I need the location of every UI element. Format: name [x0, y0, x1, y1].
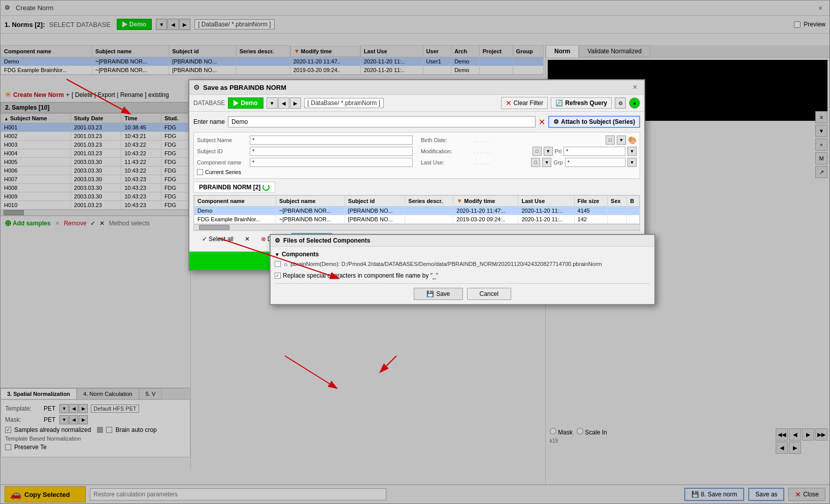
save-dialog-title-bar: ⚙ Save as PBRAINDB NORM ×: [189, 80, 644, 95]
save-dialog-icon: ⚙: [193, 83, 200, 91]
save-db-button[interactable]: Demo: [228, 97, 263, 109]
pri-nav[interactable]: ▼: [627, 147, 637, 156]
save-nav-left[interactable]: ◀: [278, 97, 289, 109]
save-db-label: DATABASE: [193, 99, 225, 107]
files-icon: ⚙: [275, 237, 280, 244]
modification-icon-btn[interactable]: □: [533, 147, 542, 156]
save-dialog-close[interactable]: ×: [630, 82, 640, 92]
grp-nav[interactable]: ▼: [627, 158, 637, 167]
files-save-icon: 💾: [426, 290, 434, 297]
norm-refresh-icon: [262, 184, 270, 191]
subdialog-buttons: 💾 Save Cancel: [275, 283, 650, 300]
modification-nav[interactable]: ▼: [544, 147, 553, 156]
component-checkbox[interactable]: [275, 261, 281, 267]
norm-col-filesize: File size: [574, 196, 608, 207]
select-all-button[interactable]: ✓ Select all: [197, 233, 238, 245]
norm-tab-bar: PBRAINDB NORM [2]: [193, 182, 640, 193]
components-section: ▼ Components ○ pbrainNorm(Demo): D:/Pmod…: [275, 251, 650, 279]
component-item: ○ pbrainNorm(Demo): D:/Pmod4.2/data/DATA…: [275, 260, 650, 269]
norm-col-subject: Subject name: [276, 196, 345, 207]
save-db-name: Demo: [241, 99, 257, 107]
norm-col-sex: Sex: [608, 196, 627, 207]
save-dialog-content: Enter name ✕ ⚙ Attach to Subject (Series…: [189, 112, 644, 251]
subject-id-filter-input[interactable]: [250, 147, 413, 156]
clear-filter-icon: ✕: [506, 99, 512, 107]
subject-name-filter-input[interactable]: [250, 136, 413, 145]
birth-date-color-btn[interactable]: 🎨: [628, 136, 637, 144]
save-dialog-title: Save as PBRAINDB NORM: [203, 84, 630, 91]
norm-table-scroll[interactable]: [193, 224, 640, 230]
main-window: ⚙ Create Norm × 1. Norms [2]: SELECT DAT…: [0, 0, 830, 504]
replace-row: Replace special characters in component …: [275, 272, 650, 279]
files-cancel-button[interactable]: Cancel: [467, 288, 511, 300]
attach-icon: ⚙: [553, 118, 559, 125]
norm-col-modify: ▼ Modify time: [453, 196, 518, 207]
norm-table: Component name Subject name Subject id S…: [194, 195, 640, 224]
save-dialog-toolbar: DATABASE Demo ▼ ◀ ▶ [ DataBase/ *.pbrain…: [189, 95, 644, 112]
enter-name-input[interactable]: [228, 116, 536, 127]
files-save-button[interactable]: 💾 Save: [414, 288, 462, 300]
norm-tab-pbraindb[interactable]: PBRAINDB NORM [2]: [193, 182, 275, 193]
norm-table-row[interactable]: FDG Example BrainNor...~[PBRAINDB NOR...…: [194, 215, 640, 224]
norm-col-series: Series descr.: [405, 196, 453, 207]
birth-date-nav[interactable]: ▼: [617, 136, 626, 145]
component-circle-icon: ○: [284, 261, 287, 268]
modification-filter-label: Modification:: [421, 148, 472, 154]
save-extra-btn[interactable]: ⚙: [615, 97, 626, 109]
play-icon-2: [234, 100, 239, 106]
delete-icon: ⊗: [261, 236, 266, 243]
enter-name-label: Enter name: [193, 118, 225, 125]
last-use-icon-btn[interactable]: □: [531, 158, 540, 167]
clear-filter-button[interactable]: ✕ Clear Filter: [501, 97, 548, 109]
last-use-filter-label: Last Use:: [421, 159, 472, 165]
norm-col-lastuse: Last Use: [518, 196, 574, 207]
refresh-icon: 🔄: [555, 99, 563, 107]
norm-col-id: Subject id: [345, 196, 405, 207]
pri-label: Pri: [555, 148, 561, 154]
grp-filter-input[interactable]: [565, 158, 625, 167]
norm-col-b: B: [627, 196, 640, 207]
save-green-circle[interactable]: ●: [629, 97, 640, 109]
replace-label: Replace special characters in component …: [283, 272, 438, 279]
norm-table-row[interactable]: Demo~[PBRAINDB NOR...[PBRAINDB NO...2020…: [194, 207, 640, 215]
files-subdialog: ⚙ Files of Selected Components ▼ Compone…: [270, 234, 655, 305]
birth-date-icon-btn[interactable]: □: [606, 136, 615, 145]
refresh-query-button[interactable]: 🔄 Refresh Query: [551, 97, 612, 109]
triangle-icon: ▼: [275, 252, 280, 257]
deselect-icon: ✕: [245, 236, 250, 243]
clear-name-btn[interactable]: ✕: [539, 117, 545, 127]
current-series-label: Current Series: [205, 169, 241, 175]
last-use-nav[interactable]: ▼: [542, 158, 551, 167]
components-header: ▼ Components: [275, 251, 650, 258]
norm-col-component: Component name: [194, 196, 276, 207]
norm-table-container: Component name Subject name Subject id S…: [193, 195, 640, 224]
files-subdialog-content: ▼ Components ○ pbrainNorm(Demo): D:/Pmod…: [271, 247, 654, 304]
filter-form: Subject Name Birth Date: . . . . . . □ ▼…: [193, 132, 640, 179]
component-path: pbrainNorm(Demo): D:/Pmod4.2/data/DATABA…: [290, 261, 602, 267]
subject-id-filter-label: Subject ID: [197, 148, 248, 154]
save-db-path: [ DataBase/ *.pbrainNorm ]: [304, 98, 384, 108]
birth-date-filter-label: Birth Date:: [421, 137, 472, 143]
pri-filter-input[interactable]: [563, 147, 625, 156]
grp-label: Grp: [553, 159, 562, 165]
component-name-filter-label: Component name: [197, 159, 248, 165]
save-nav-right[interactable]: ▶: [290, 97, 301, 109]
current-series-checkbox[interactable]: [197, 169, 203, 175]
subject-name-filter-label: Subject Name: [197, 137, 248, 143]
checkmark-icon: ✓: [202, 236, 207, 243]
save-nav-down[interactable]: ▼: [267, 97, 278, 109]
deselect-all-button[interactable]: ✕: [240, 233, 254, 245]
component-name-filter-input[interactable]: [250, 158, 413, 167]
attach-to-subject-button[interactable]: ⚙ Attach to Subject (Series): [548, 116, 640, 128]
enter-name-row: Enter name ✕ ⚙ Attach to Subject (Series…: [193, 116, 640, 128]
replace-checkbox[interactable]: [275, 273, 281, 279]
files-subdialog-title: ⚙ Files of Selected Components: [271, 235, 654, 247]
